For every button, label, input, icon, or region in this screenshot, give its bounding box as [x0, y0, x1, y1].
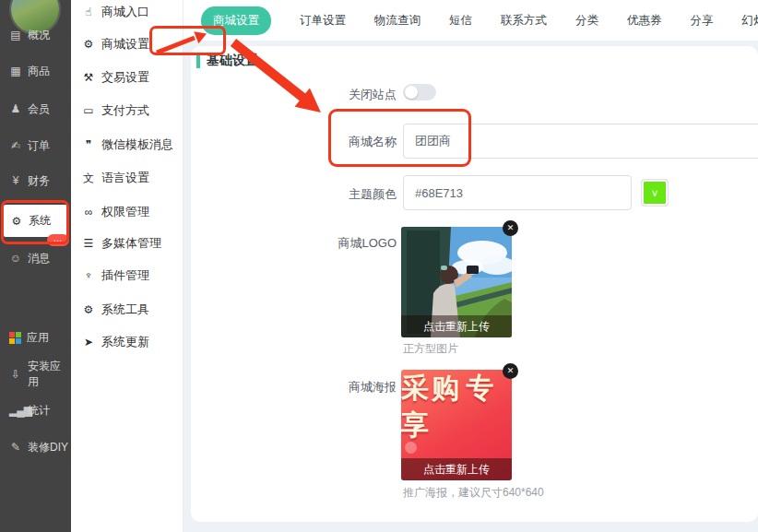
tabbar: 商城设置 订单设置 物流查询 短信 联系方式 分类 优惠券 分享 幻灯片 广告	[184, 0, 758, 41]
menu-item-label: 交易设置	[101, 69, 149, 86]
overview-icon: ▤	[9, 29, 22, 41]
menu-item-label: 语言设置	[101, 170, 149, 186]
list-icon: ☰	[82, 237, 95, 250]
menu-item-media-management[interactable]: ☰ 多媒体管理	[71, 234, 184, 253]
shop-name-label: 商城名称	[191, 134, 397, 150]
shop-poster-label: 商城海报	[191, 379, 397, 396]
tab-sms[interactable]: 短信	[449, 13, 472, 29]
poster-hint: 推广海报，建议尺寸640*640	[403, 485, 544, 501]
sidebar-item-label: 系统	[29, 213, 51, 229]
settings-card: 基础设置 关闭站点 商城名称 主题颜色 ∨ 商城LOGO	[191, 46, 758, 522]
sidebar-item-decorate-diy[interactable]: ✎ 装修DIY	[0, 438, 71, 456]
sidebar-item-messages[interactable]: ☺ 消息	[0, 249, 71, 267]
sidebar-item-label: 安装应用	[28, 359, 71, 390]
menu-item-shop-settings[interactable]: ⚙ 商城设置	[71, 35, 184, 53]
chat-smiley-icon: ☺	[9, 252, 22, 265]
plug-icon: ♆	[82, 269, 95, 282]
menu-item-label: 插件管理	[101, 267, 149, 284]
secondary-sidebar: ☝ 商城入口 ⚙ 商城设置 ⚒ 交易设置 ▭ 支付方式 ❞ 微信模板消息 文 语…	[71, 0, 184, 532]
menu-item-label: 商城入口	[101, 4, 149, 20]
sidebar-item-finance[interactable]: ¥ 财务	[0, 171, 71, 190]
install-icon: ⇩	[9, 368, 22, 381]
sidebar-item-stats[interactable]: ▂▄▆ 统计	[0, 401, 71, 420]
sidebar-item-label: 财务	[28, 173, 50, 189]
theme-color-input[interactable]	[403, 175, 632, 210]
tab-order-settings[interactable]: 订单设置	[300, 13, 346, 29]
remove-poster-button[interactable]: ✕	[503, 363, 518, 379]
gear-icon: ⚙	[10, 215, 23, 228]
sidebar-item-label: 装修DIY	[28, 440, 68, 455]
menu-item-system-tools[interactable]: ⚙ 系统工具	[71, 301, 184, 319]
menu-item-shop-entry[interactable]: ☝ 商城入口	[71, 3, 184, 21]
logo-hint: 正方型图片	[403, 341, 458, 357]
tools-hammer-icon: ⚒	[82, 71, 95, 84]
tab-coupon[interactable]: 优惠券	[627, 13, 662, 29]
menu-item-plugin-management[interactable]: ♆ 插件管理	[71, 266, 184, 285]
menu-item-permission-management[interactable]: ∞ 权限管理	[71, 203, 184, 221]
poster-upload-tile[interactable]: 采购 专享 点击重新上传 ✕	[401, 370, 512, 480]
apps-grid-icon	[9, 332, 21, 344]
bar-chart-icon: ▂▄▆	[9, 404, 22, 417]
reupload-overlay[interactable]: 点击重新上传	[401, 458, 512, 480]
menu-item-label: 系统更新	[101, 334, 149, 350]
app-root: ▤ 概况 ▦ 商品 ♟ 会员 ✍ 订单 ¥ 财务 ⚙ 系统 … ☺ 消息	[0, 0, 758, 532]
language-icon: 文	[82, 171, 95, 186]
members-icon: ♟	[9, 102, 22, 115]
hand-pointer-icon: ☝	[82, 6, 95, 18]
tab-category[interactable]: 分类	[575, 13, 598, 29]
sidebar-item-overview[interactable]: ▤ 概况	[0, 26, 71, 44]
logo-upload-tile[interactable]: 点击重新上传 ✕	[401, 227, 512, 337]
tab-slideshow[interactable]: 幻灯片	[742, 13, 758, 29]
section-title: 基础设置	[207, 53, 258, 69]
menu-item-system-update[interactable]: ➤ 系统更新	[71, 333, 184, 351]
menu-item-label: 系统工具	[101, 301, 149, 318]
menu-item-language-settings[interactable]: 文 语言设置	[71, 169, 184, 187]
toggle-knob	[405, 86, 418, 99]
poster-text-line1: 采购	[401, 372, 462, 403]
paint-roller-icon: ✎	[9, 441, 22, 454]
tab-contact[interactable]: 联系方式	[501, 13, 547, 29]
color-picker-button[interactable]: ∨	[641, 179, 669, 207]
gear-icon: ⚙	[82, 303, 95, 316]
menu-item-label: 多媒体管理	[101, 235, 161, 252]
sidebar-item-label: 应用	[27, 330, 49, 346]
gear-icon: ⚙	[82, 38, 95, 51]
cart-icon: ✍	[9, 139, 22, 152]
menu-item-trade-settings[interactable]: ⚒ 交易设置	[71, 68, 184, 87]
goods-icon: ▦	[9, 65, 22, 77]
sidebar-item-label: 概况	[28, 28, 50, 43]
menu-item-wechat-template[interactable]: ❞ 微信模板消息	[71, 136, 184, 154]
shop-logo-label: 商城LOGO	[191, 235, 397, 252]
section-accent-bar	[196, 53, 200, 68]
menu-item-label: 微信模板消息	[101, 136, 173, 153]
sidebar-item-system[interactable]: ⚙ 系统	[4, 205, 67, 237]
close-site-toggle[interactable]	[403, 84, 436, 100]
reupload-overlay[interactable]: 点击重新上传	[401, 315, 512, 337]
paper-plane-icon: ➤	[82, 336, 95, 349]
remove-logo-button[interactable]: ✕	[503, 220, 518, 236]
sidebar-item-goods[interactable]: ▦ 商品	[0, 62, 71, 80]
sidebar-item-install-apps[interactable]: ⇩ 安装应用	[0, 365, 71, 384]
tab-share[interactable]: 分享	[691, 13, 714, 29]
money-icon: ¥	[9, 174, 22, 187]
sidebar-item-label: 统计	[28, 403, 50, 419]
chevron-down-icon: ∨	[651, 187, 658, 198]
bank-card-icon: ▭	[82, 104, 95, 117]
close-site-label: 关闭站点	[191, 87, 397, 103]
section-header: 基础设置	[196, 53, 258, 69]
sidebar-item-label: 商品	[28, 64, 50, 79]
glasses-icon: ∞	[82, 206, 95, 219]
sidebar-item-label: 订单	[28, 138, 50, 154]
primary-sidebar: ▤ 概况 ▦ 商品 ♟ 会员 ✍ 订单 ¥ 财务 ⚙ 系统 … ☺ 消息	[0, 0, 71, 532]
tab-logistics-query[interactable]: 物流查询	[374, 13, 420, 29]
tab-shop-settings[interactable]: 商城设置	[201, 6, 271, 35]
menu-item-label: 权限管理	[101, 204, 149, 220]
sidebar-item-apps[interactable]: 应用	[0, 328, 71, 347]
shop-name-input[interactable]	[403, 124, 758, 159]
wechat-bubbles-icon: ❞	[82, 138, 95, 151]
menu-item-payment-methods[interactable]: ▭ 支付方式	[71, 101, 184, 120]
messages-badge: …	[47, 234, 69, 246]
sidebar-item-orders[interactable]: ✍ 订单	[0, 136, 71, 155]
sidebar-item-label: 会员	[28, 101, 50, 117]
sidebar-item-members[interactable]: ♟ 会员	[0, 100, 71, 118]
